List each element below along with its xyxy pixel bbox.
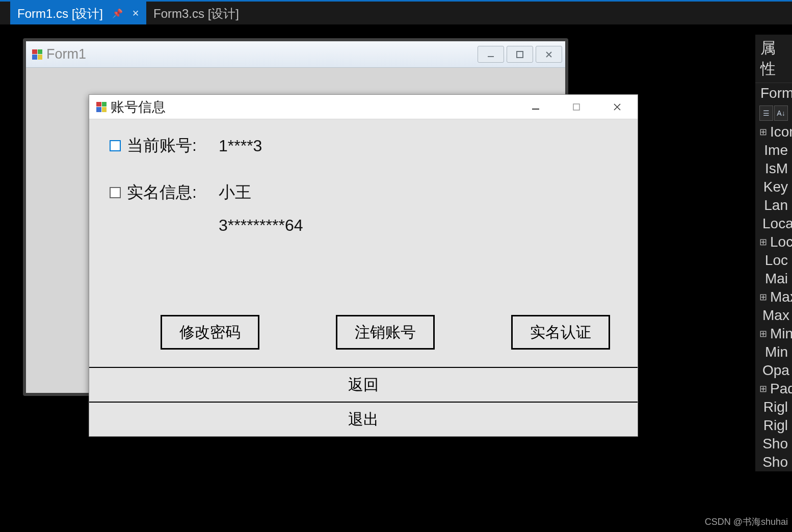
property-row[interactable]: Loca	[755, 215, 792, 233]
property-name: Pad	[770, 381, 792, 397]
form-icon	[96, 102, 107, 112]
tab-label: Form3.cs [设计]	[153, 6, 239, 22]
property-name: Mai	[765, 271, 788, 287]
property-name: Lan	[764, 197, 788, 214]
realname-id-value: 3*********64	[219, 216, 617, 235]
property-row[interactable]: ⊞Max	[755, 288, 792, 306]
expand-icon[interactable]: ⊞	[759, 126, 767, 138]
property-row[interactable]: ⊞Icon	[755, 123, 792, 141]
property-name: Rigl	[763, 417, 788, 434]
properties-header: 属性	[755, 35, 792, 83]
minimize-button[interactable]	[478, 46, 504, 63]
expand-icon[interactable]: ⊞	[759, 291, 767, 303]
expand-icon[interactable]: ⊞	[759, 383, 767, 394]
property-row[interactable]: Sho	[755, 453, 792, 471]
expand-icon[interactable]: ⊞	[759, 328, 767, 339]
dialog-title: 账号信息	[111, 98, 166, 116]
watermark: CSDN @书海shuhai	[705, 516, 788, 528]
tab-form3-designer[interactable]: Form3.cs [设计]	[146, 2, 246, 24]
tab-strip: Form1.cs [设计] 📌 ✕ Form3.cs [设计]	[0, 2, 792, 24]
dialog-close-button[interactable]	[597, 95, 638, 119]
current-account-label: 当前账号:	[127, 135, 219, 157]
property-name: Min	[770, 326, 792, 342]
property-row[interactable]: IsM	[755, 159, 792, 178]
form1-title: Form1	[46, 46, 86, 62]
property-name: Loc	[765, 252, 788, 269]
realname-auth-button[interactable]: 实名认证	[511, 315, 610, 350]
change-password-button[interactable]: 修改密码	[161, 315, 259, 350]
property-row[interactable]: Loc	[755, 251, 792, 270]
property-row[interactable]: Min	[755, 343, 792, 361]
property-name: Key	[763, 179, 788, 195]
svg-rect-3	[573, 104, 579, 110]
minimize-icon	[487, 50, 495, 59]
property-name: Min	[765, 344, 788, 360]
exit-button[interactable]: 退出	[89, 402, 638, 436]
property-name: Icon	[770, 124, 792, 140]
property-row[interactable]: Key	[755, 178, 792, 196]
property-row[interactable]: Rigl	[755, 416, 792, 435]
property-name: Loca	[762, 216, 792, 232]
minimize-icon	[531, 102, 540, 112]
property-row[interactable]: ⊞Loca	[755, 233, 792, 251]
property-row[interactable]: Lan	[755, 196, 792, 215]
properties-object-name: Form	[755, 83, 792, 103]
expand-icon[interactable]: ⊞	[759, 236, 767, 248]
property-name: Max	[762, 307, 789, 324]
maximize-icon	[572, 103, 580, 111]
dialog-maximize-button[interactable]	[556, 95, 597, 119]
form1-titlebar: Form1	[26, 41, 565, 68]
property-row[interactable]: Rigl	[755, 398, 792, 416]
maximize-button[interactable]	[507, 46, 533, 63]
close-icon[interactable]: ✕	[132, 8, 139, 19]
close-icon	[545, 51, 552, 58]
dialog-body: 当前账号: 1****3 实名信息: 小王 3*********64 修改密码 …	[89, 119, 638, 367]
property-name: Max	[770, 289, 792, 305]
svg-rect-0	[488, 56, 494, 57]
realname-name-value: 小王	[219, 181, 251, 204]
deregister-account-button[interactable]: 注销账号	[336, 315, 435, 350]
property-row[interactable]: Max	[755, 306, 792, 325]
categorized-view-button[interactable]: ☰	[759, 105, 773, 121]
property-row[interactable]: Mai	[755, 270, 792, 288]
svg-rect-2	[532, 109, 539, 110]
property-row[interactable]: Ime	[755, 141, 792, 159]
property-row[interactable]: ⊞Pad	[755, 380, 792, 398]
close-button[interactable]	[536, 46, 562, 63]
alphabetical-view-button[interactable]: A↓	[774, 105, 788, 121]
maximize-icon	[516, 51, 523, 58]
back-button[interactable]: 返回	[89, 367, 638, 402]
property-row[interactable]: ⊞Min	[755, 325, 792, 343]
property-name: Sho	[762, 454, 788, 470]
tab-form1-designer[interactable]: Form1.cs [设计] 📌 ✕	[10, 2, 146, 24]
account-info-dialog: 账号信息 当前账号: 1****3	[89, 94, 638, 437]
current-account-value: 1****3	[219, 137, 262, 155]
property-name: IsM	[765, 161, 788, 177]
form-icon	[32, 49, 42, 60]
property-name: Sho	[762, 436, 788, 452]
property-name: Ime	[764, 142, 788, 158]
close-icon	[613, 102, 622, 112]
property-name: Opa	[762, 362, 789, 379]
dialog-minimize-button[interactable]	[515, 95, 556, 119]
properties-panel: 属性 Form ☰ A↓ ⊞IconImeIsMKeyLanLoca⊞LocaL…	[755, 35, 792, 471]
realname-checkbox[interactable]	[110, 187, 121, 198]
property-name: Rigl	[763, 399, 788, 415]
svg-rect-1	[517, 51, 523, 58]
tab-label: Form1.cs [设计]	[17, 6, 103, 22]
realname-label: 实名信息:	[127, 181, 219, 204]
properties-list[interactable]: ⊞IconImeIsMKeyLanLoca⊞LocaLocMai⊞MaxMax⊞…	[755, 123, 792, 471]
current-account-checkbox[interactable]	[110, 140, 121, 151]
dialog-titlebar: 账号信息	[89, 95, 638, 119]
property-row[interactable]: Opa	[755, 361, 792, 380]
pin-icon[interactable]: 📌	[112, 8, 123, 19]
property-name: Loca	[770, 234, 792, 250]
property-row[interactable]: Sho	[755, 435, 792, 453]
